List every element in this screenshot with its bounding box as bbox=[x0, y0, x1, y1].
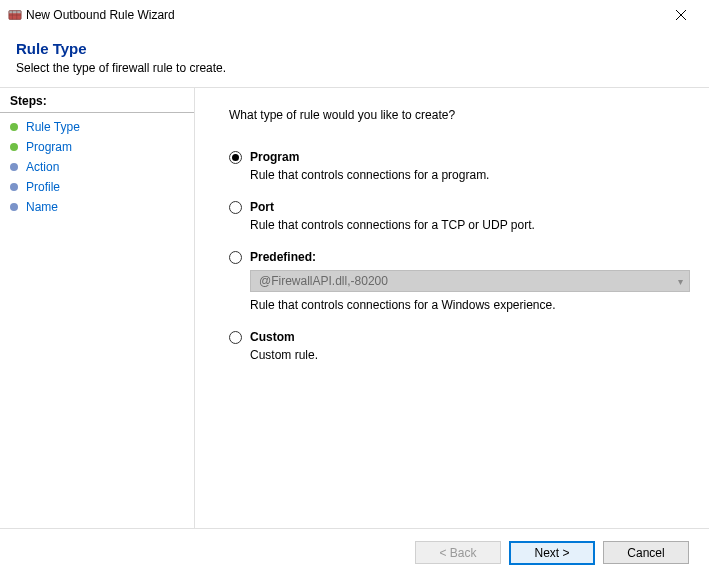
wizard-window: New Outbound Rule Wizard Rule Type Selec… bbox=[0, 0, 709, 576]
close-icon bbox=[676, 10, 686, 20]
header-subtitle: Select the type of firewall rule to crea… bbox=[16, 61, 693, 75]
radio-option-predefined[interactable]: Predefined: bbox=[229, 250, 675, 264]
cancel-button[interactable]: Cancel bbox=[603, 541, 689, 564]
radio-option-port[interactable]: Port bbox=[229, 200, 675, 214]
firewall-icon bbox=[8, 8, 22, 22]
close-button[interactable] bbox=[661, 1, 701, 29]
back-button: < Back bbox=[415, 541, 501, 564]
steps-header: Steps: bbox=[0, 92, 194, 113]
next-button-label: Next > bbox=[534, 546, 569, 560]
step-action[interactable]: Action bbox=[0, 157, 194, 177]
radio-custom[interactable] bbox=[229, 331, 242, 344]
body: Steps: Rule TypeProgramActionProfileName… bbox=[0, 87, 709, 528]
step-label: Name bbox=[26, 200, 58, 214]
steps-sidebar: Steps: Rule TypeProgramActionProfileName bbox=[0, 88, 195, 528]
step-rule-type[interactable]: Rule Type bbox=[0, 117, 194, 137]
back-button-label: < Back bbox=[439, 546, 476, 560]
radio-desc-program: Rule that controls connections for a pro… bbox=[250, 168, 675, 182]
radio-option-program[interactable]: Program bbox=[229, 150, 675, 164]
step-name[interactable]: Name bbox=[0, 197, 194, 217]
radio-label-program: Program bbox=[250, 150, 299, 164]
predefined-dropdown: @FirewallAPI.dll,-80200▾ bbox=[250, 270, 690, 292]
step-label: Action bbox=[26, 160, 59, 174]
radio-desc-port: Rule that controls connections for a TCP… bbox=[250, 218, 675, 232]
step-label: Program bbox=[26, 140, 72, 154]
header-title: Rule Type bbox=[16, 40, 693, 57]
step-bullet-icon bbox=[10, 163, 18, 171]
radio-desc-predefined: Rule that controls connections for a Win… bbox=[250, 298, 675, 312]
radio-label-custom: Custom bbox=[250, 330, 295, 344]
step-bullet-icon bbox=[10, 203, 18, 211]
chevron-down-icon: ▾ bbox=[678, 276, 683, 287]
footer: < Back Next > Cancel bbox=[0, 528, 709, 576]
radio-label-port: Port bbox=[250, 200, 274, 214]
radio-desc-custom: Custom rule. bbox=[250, 348, 675, 362]
svg-rect-1 bbox=[9, 10, 21, 13]
titlebar: New Outbound Rule Wizard bbox=[0, 0, 709, 30]
radio-port[interactable] bbox=[229, 201, 242, 214]
predefined-dropdown-value: @FirewallAPI.dll,-80200 bbox=[259, 274, 388, 288]
content-prompt: What type of rule would you like to crea… bbox=[229, 108, 675, 122]
step-profile[interactable]: Profile bbox=[0, 177, 194, 197]
step-bullet-icon bbox=[10, 123, 18, 131]
radio-program[interactable] bbox=[229, 151, 242, 164]
content-pane: What type of rule would you like to crea… bbox=[195, 88, 709, 528]
cancel-button-label: Cancel bbox=[627, 546, 664, 560]
step-label: Rule Type bbox=[26, 120, 80, 134]
radio-option-custom[interactable]: Custom bbox=[229, 330, 675, 344]
next-button[interactable]: Next > bbox=[509, 541, 595, 565]
window-title: New Outbound Rule Wizard bbox=[22, 8, 661, 22]
step-program[interactable]: Program bbox=[0, 137, 194, 157]
step-bullet-icon bbox=[10, 143, 18, 151]
header: Rule Type Select the type of firewall ru… bbox=[0, 30, 709, 87]
step-bullet-icon bbox=[10, 183, 18, 191]
radio-predefined[interactable] bbox=[229, 251, 242, 264]
radio-label-predefined: Predefined: bbox=[250, 250, 316, 264]
step-label: Profile bbox=[26, 180, 60, 194]
